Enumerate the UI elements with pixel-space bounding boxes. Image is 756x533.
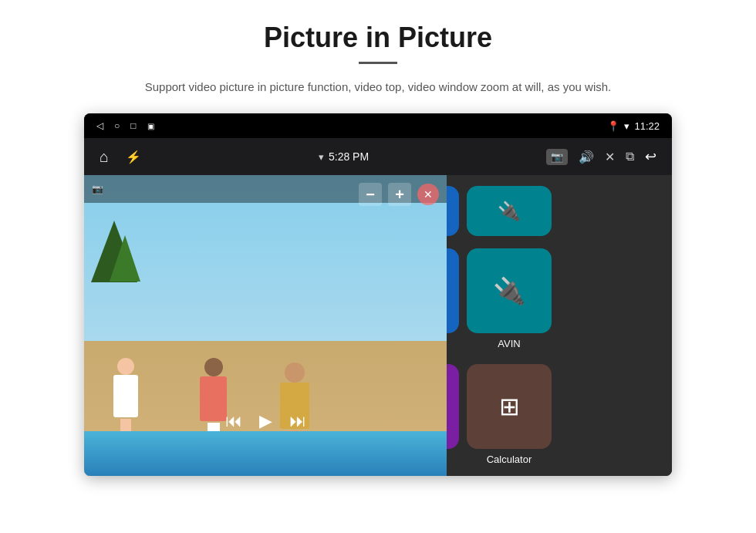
- tree2: [110, 235, 140, 282]
- home-nav-icon[interactable]: ○: [114, 120, 120, 131]
- back-nav-btn[interactable]: ↩: [645, 148, 656, 165]
- app-label-avin: AVIN: [498, 338, 520, 349]
- volume-nav-icon[interactable]: 🔊: [579, 150, 594, 164]
- app-icon-avin-wrapper[interactable]: 🔌: [467, 186, 552, 236]
- pip-video: 📷 − + ✕ ⏮ ▶ ⏭: [84, 175, 447, 476]
- status-bar-right: 📍 ▾ 11:22: [607, 120, 660, 132]
- page-title: Picture in Picture: [264, 22, 492, 54]
- device-frame: ◁ ○ □ ▣ 📍 ▾ 11:22 ⌂ ⚡ ▾ 5:28 PM 📷: [84, 113, 672, 476]
- pip-zoom-controls[interactable]: − + ✕: [359, 183, 439, 206]
- pip-close-btn[interactable]: ✕: [417, 184, 439, 205]
- app-icon-calculator[interactable]: ⊞: [467, 364, 552, 449]
- beach-scene: [84, 175, 447, 476]
- screenshot-icon[interactable]: ▣: [147, 122, 154, 130]
- app-icon-calculator-wrapper[interactable]: ⊞ Calculator: [467, 364, 552, 465]
- pip-playback-controls[interactable]: ⏮ ▶ ⏭: [225, 411, 306, 431]
- close-nav-icon[interactable]: ✕: [605, 150, 615, 164]
- pip-video-inner: 📷 − + ✕ ⏮ ▶ ⏭: [84, 175, 447, 476]
- app-label-calculator: Calculator: [487, 454, 532, 465]
- pip-forward-btn[interactable]: ⏭: [289, 411, 306, 431]
- recents-nav-icon[interactable]: □: [130, 120, 136, 131]
- title-divider: [359, 62, 397, 64]
- nav-bar-left: ⌂ ⚡: [100, 148, 141, 166]
- page-wrapper: Picture in Picture Support video picture…: [0, 0, 756, 476]
- pip-nav-icon[interactable]: ⧉: [626, 150, 634, 164]
- pip-plus-btn[interactable]: +: [388, 183, 411, 206]
- camera-nav-icon[interactable]: 📷: [546, 149, 568, 165]
- wifi-signal-icon: ▾: [624, 120, 629, 132]
- usb-icon: ⚡: [126, 150, 141, 164]
- app-area: 📷 − + ✕ ⏮ ▶ ⏭: [84, 175, 672, 476]
- nav-bar-right: 📷 🔊 ✕ ⧉ ↩: [546, 148, 656, 165]
- page-subtitle: Support video picture in picture functio…: [145, 78, 611, 96]
- status-time: 11:22: [634, 120, 660, 132]
- pip-rewind-btn[interactable]: ⏮: [225, 411, 242, 431]
- location-icon: 📍: [607, 120, 619, 132]
- wifi-icon: ▾: [319, 151, 324, 163]
- app-icon-avin-full-wrapper[interactable]: 🔌 AVIN: [467, 248, 552, 349]
- nav-time: 5:28 PM: [329, 150, 369, 163]
- home-icon[interactable]: ⌂: [100, 148, 109, 166]
- status-bar: ◁ ○ □ ▣ 📍 ▾ 11:22: [84, 113, 672, 138]
- app-icon-avin-full[interactable]: 🔌: [467, 248, 552, 333]
- pip-minus-btn[interactable]: −: [359, 183, 382, 206]
- back-nav-icon[interactable]: ◁: [96, 120, 103, 131]
- pip-play-btn[interactable]: ▶: [259, 411, 272, 431]
- app-icon-avin[interactable]: 🔌: [467, 186, 552, 236]
- nav-bar-center: ▾ 5:28 PM: [319, 150, 369, 163]
- water: [84, 431, 447, 477]
- status-bar-left: ◁ ○ □ ▣: [96, 120, 154, 131]
- nav-bar: ⌂ ⚡ ▾ 5:28 PM 📷 🔊 ✕ ⧉ ↩: [84, 138, 672, 175]
- pip-camera-icon: 📷: [92, 184, 103, 194]
